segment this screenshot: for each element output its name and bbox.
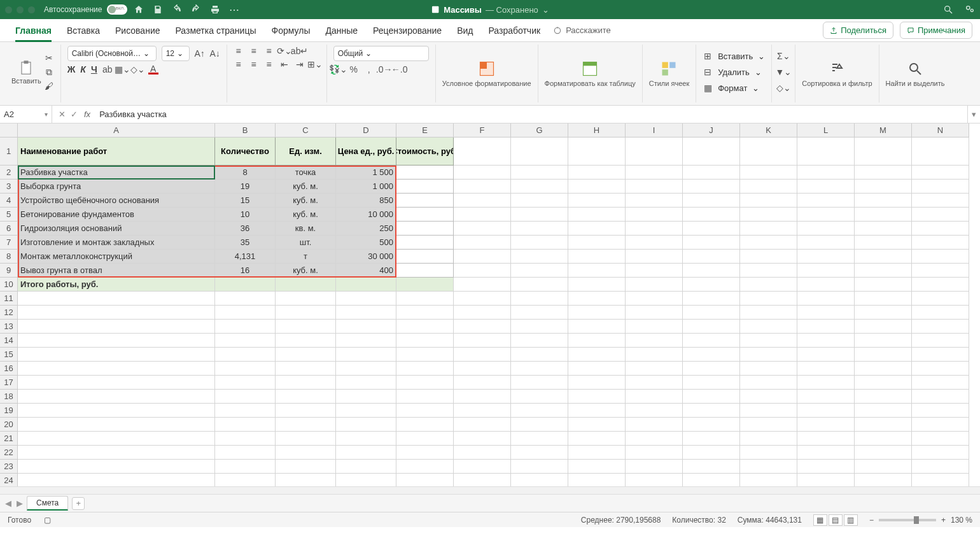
row-header[interactable]: 4	[0, 194, 18, 208]
cell[interactable]	[18, 432, 215, 446]
cell[interactable]: Наименование работ	[18, 138, 215, 166]
cell[interactable]: 4,131	[215, 250, 276, 264]
tab-layout[interactable]: Разметка страницы	[168, 19, 264, 42]
column-header[interactable]: M	[855, 123, 912, 138]
cell[interactable]	[336, 362, 396, 376]
cond-format-button[interactable]: Условное форматирование	[436, 45, 538, 102]
cell[interactable]	[740, 306, 797, 320]
cell[interactable]	[276, 362, 336, 376]
zoom-in-icon[interactable]: +	[941, 516, 946, 525]
currency-icon[interactable]: 💱⌄	[333, 64, 344, 74]
tab-formulas[interactable]: Формулы	[264, 19, 318, 42]
cell[interactable]	[740, 222, 797, 236]
cell[interactable]	[18, 292, 215, 306]
align-mid-icon[interactable]: ≡	[249, 46, 259, 56]
cell[interactable]	[740, 446, 797, 460]
cell[interactable]: 35	[215, 236, 276, 250]
cell[interactable]: куб. м.	[276, 180, 336, 194]
cell[interactable]	[454, 166, 511, 180]
horizontal-scrollbar[interactable]	[0, 486, 980, 494]
cell[interactable]	[683, 460, 740, 474]
cell[interactable]	[912, 446, 969, 460]
cell[interactable]	[626, 334, 683, 348]
align-top-icon[interactable]: ≡	[234, 46, 244, 56]
cell[interactable]	[568, 320, 626, 334]
max-btn[interactable]	[28, 6, 35, 13]
cell[interactable]	[336, 432, 396, 446]
row-header[interactable]: 6	[0, 222, 18, 236]
cell[interactable]	[912, 432, 969, 446]
cell[interactable]	[626, 264, 683, 278]
cell[interactable]	[855, 418, 912, 432]
cell[interactable]	[797, 222, 855, 236]
font-color-icon[interactable]: A	[148, 64, 158, 74]
cell[interactable]	[683, 166, 740, 180]
cell[interactable]	[454, 418, 511, 432]
copy-icon[interactable]: ⧉	[44, 67, 54, 77]
cell[interactable]: кв. м.	[276, 222, 336, 236]
cell[interactable]	[454, 208, 511, 222]
cell[interactable]	[511, 404, 568, 418]
page-break-icon[interactable]: ▥	[844, 514, 858, 526]
cell[interactable]	[626, 250, 683, 264]
align-center-icon[interactable]: ≡	[249, 59, 259, 69]
cell-styles-button[interactable]: Стили ячеек	[643, 45, 696, 102]
home-icon[interactable]	[134, 4, 144, 15]
save-icon[interactable]	[153, 4, 163, 15]
cell[interactable]	[626, 432, 683, 446]
cell[interactable]	[912, 474, 969, 486]
cell[interactable]: 19	[215, 180, 276, 194]
paste-button[interactable]: Вставить	[11, 59, 41, 85]
cell[interactable]	[396, 320, 454, 334]
cell[interactable]	[511, 264, 568, 278]
cell[interactable]	[511, 418, 568, 432]
cell[interactable]	[276, 474, 336, 486]
cell[interactable]	[511, 460, 568, 474]
cell[interactable]	[396, 208, 454, 222]
cell[interactable]	[396, 194, 454, 208]
cell[interactable]	[18, 390, 215, 404]
cell[interactable]	[276, 432, 336, 446]
cell[interactable]	[626, 418, 683, 432]
cell[interactable]	[797, 390, 855, 404]
cell[interactable]	[454, 250, 511, 264]
cell[interactable]	[626, 348, 683, 362]
column-header[interactable]: I	[626, 123, 683, 138]
cell[interactable]	[396, 250, 454, 264]
cell[interactable]	[797, 446, 855, 460]
cell[interactable]: 16	[215, 264, 276, 278]
cell[interactable]	[276, 390, 336, 404]
cell[interactable]	[18, 334, 215, 348]
cell[interactable]	[855, 348, 912, 362]
cell[interactable]	[215, 390, 276, 404]
cell[interactable]	[396, 278, 454, 292]
sheet-next-icon[interactable]: ▶	[17, 498, 23, 508]
sheet-tab[interactable]: Смета	[27, 496, 68, 511]
align-left-icon[interactable]: ≡	[234, 59, 244, 69]
cell[interactable]	[215, 320, 276, 334]
cell[interactable]: 1 000	[336, 180, 396, 194]
cell[interactable]	[740, 348, 797, 362]
tab-view[interactable]: Вид	[449, 19, 480, 42]
spreadsheet-grid[interactable]: ABCDEFGHIJKLMN 1234567891011121314151617…	[0, 123, 980, 486]
cell[interactable]	[912, 418, 969, 432]
cell[interactable]	[568, 166, 626, 180]
cell[interactable]	[215, 474, 276, 486]
redo-icon[interactable]	[191, 4, 201, 15]
cell[interactable]	[511, 236, 568, 250]
autosum-icon[interactable]: Σ⌄	[778, 51, 788, 61]
cell[interactable]	[855, 194, 912, 208]
cell[interactable]	[454, 320, 511, 334]
cell[interactable]	[511, 432, 568, 446]
cell[interactable]	[626, 166, 683, 180]
cell[interactable]	[855, 180, 912, 194]
cell[interactable]	[626, 194, 683, 208]
cell[interactable]	[797, 362, 855, 376]
zoom-control[interactable]: − + 130 %	[869, 516, 972, 525]
orientation-icon[interactable]: ⟳⌄	[279, 46, 290, 56]
cell[interactable]	[454, 362, 511, 376]
cell[interactable]	[511, 446, 568, 460]
cell[interactable]	[511, 180, 568, 194]
cell[interactable]	[912, 306, 969, 320]
cell[interactable]: 36	[215, 222, 276, 236]
